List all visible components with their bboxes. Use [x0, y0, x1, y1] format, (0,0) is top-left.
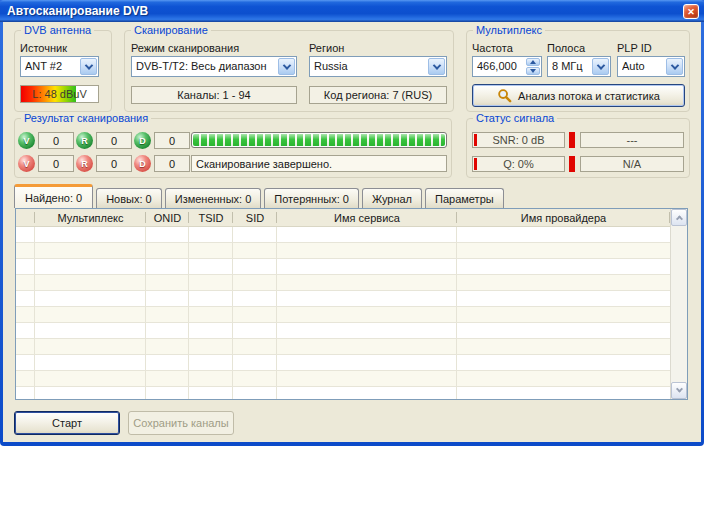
analyze-stream-button[interactable]: Анализ потока и статистика [472, 84, 685, 107]
status-ball-icon: V [18, 132, 35, 149]
plp-dropdown-button[interactable] [666, 58, 683, 75]
scan-progress-bar [191, 132, 447, 148]
region-dropdown-button[interactable] [428, 58, 445, 75]
tab-strip: Найдено: 0 Новых: 0 Измененных: 0 Потеря… [14, 184, 504, 208]
table-cell [233, 387, 277, 399]
scan-result-group-label: Результат сканирования [21, 112, 151, 124]
table-row[interactable] [16, 243, 670, 259]
signal-status-group-label: Статус сигнала [473, 112, 557, 124]
table-cell [35, 243, 146, 258]
counter-value: 0 [154, 132, 190, 149]
header-cell-service-name[interactable]: Имя сервиса [277, 209, 457, 226]
table-row[interactable] [16, 275, 670, 291]
table-main: Мультиплекс ONID TSID SID Имя сервиса Им… [16, 209, 670, 399]
table-cell [16, 355, 35, 370]
table-cell [35, 355, 146, 370]
plp-combobox[interactable]: Auto [617, 56, 685, 77]
chevron-down-icon [675, 386, 682, 393]
frequency-spinner[interactable]: 466,000 [472, 56, 542, 77]
table-cell [146, 387, 189, 399]
table-row[interactable] [16, 355, 670, 371]
vertical-scrollbar[interactable] [670, 209, 687, 399]
scan-mode-label: Режим сканирования [131, 42, 239, 54]
table-cell [457, 227, 670, 242]
table-cell [189, 323, 233, 338]
table-cell [146, 291, 189, 306]
save-channels-button[interactable]: Сохранить каналы [128, 411, 234, 435]
tab-new[interactable]: Новых: 0 [96, 188, 162, 208]
status-ball-icon: D [134, 132, 151, 149]
table-row[interactable] [16, 227, 670, 243]
antenna-group-label: DVB антенна [21, 24, 94, 36]
table-cell [189, 259, 233, 274]
table-cell [233, 339, 277, 354]
scroll-up-button[interactable] [671, 209, 687, 226]
status-ball-icon: D [134, 155, 151, 172]
tab-lost[interactable]: Потерянных: 0 [264, 188, 359, 208]
arrow-up-icon [530, 60, 536, 64]
table-cell [457, 323, 670, 338]
table-cell [16, 307, 35, 322]
table-cell [277, 259, 457, 274]
header-cell-onid[interactable]: ONID [146, 209, 189, 226]
tab-parameters[interactable]: Параметры [425, 188, 504, 208]
table-cell [233, 243, 277, 258]
services-table: Мультиплекс ONID TSID SID Имя сервиса Им… [15, 208, 688, 400]
table-cell [35, 387, 146, 399]
magnifier-icon [497, 88, 512, 103]
quality-text: Q: 0% [503, 158, 534, 170]
region-code-info: Код региона: 7 (RUS) [309, 86, 447, 104]
table-cell [35, 259, 146, 274]
start-button[interactable]: Старт [14, 411, 120, 435]
scan-counter: V 0 [18, 155, 74, 172]
snr-box: SNR: 0 dB [472, 132, 565, 148]
frequency-value: 466,000 [477, 57, 525, 76]
scan-mode-dropdown-button[interactable] [278, 58, 295, 75]
scroll-down-button[interactable] [671, 382, 687, 399]
table-cell [146, 339, 189, 354]
spin-up-button[interactable] [526, 58, 540, 66]
antenna-group: DVB антенна Источник ANT #2 L: 48 dBuV [14, 30, 112, 112]
spin-down-button[interactable] [526, 67, 540, 75]
table-cell [233, 323, 277, 338]
progress-fill [193, 134, 445, 146]
channels-info: Каналы: 1 - 94 [131, 86, 297, 104]
source-dropdown-button[interactable] [80, 58, 97, 75]
chevron-down-icon [670, 61, 678, 69]
scan-mode-combobox[interactable]: DVB-T/T2: Весь диапазон [131, 56, 297, 77]
table-cell [146, 371, 189, 386]
table-row[interactable] [16, 339, 670, 355]
tab-found[interactable]: Найдено: 0 [14, 184, 93, 208]
scanning-group: Сканирование Режим сканирования Регион D… [124, 30, 454, 112]
table-body [16, 227, 670, 399]
tab-changed[interactable]: Измененных: 0 [165, 188, 262, 208]
table-cell [457, 339, 670, 354]
region-value: Russia [314, 57, 428, 76]
bandwidth-combobox[interactable]: 8 МГц [547, 56, 611, 77]
table-cell [146, 259, 189, 274]
table-row[interactable] [16, 291, 670, 307]
bandwidth-dropdown-button[interactable] [592, 58, 609, 75]
close-button[interactable]: ✕ [683, 4, 699, 19]
header-cell-sid[interactable]: SID [233, 209, 277, 226]
bandwidth-label: Полоса [547, 42, 585, 54]
table-row[interactable] [16, 387, 670, 399]
header-cell-tsid[interactable]: TSID [189, 209, 233, 226]
snr-text: SNR: 0 dB [493, 134, 545, 146]
table-row[interactable] [16, 307, 670, 323]
scan-result-group: Результат сканирования V 0 R 0 D 0 V 0 R… [14, 118, 452, 178]
header-cell-provider-name[interactable]: Имя провайдера [457, 209, 670, 226]
region-combobox[interactable]: Russia [309, 56, 447, 77]
signal-level-meter: L: 48 dBuV [20, 85, 99, 103]
source-combobox[interactable]: ANT #2 [20, 56, 99, 77]
table-row[interactable] [16, 259, 670, 275]
table-row[interactable] [16, 323, 670, 339]
titlebar[interactable]: Автосканирование DVB ✕ [0, 0, 704, 22]
tab-log[interactable]: Журнал [362, 188, 422, 208]
table-row[interactable] [16, 371, 670, 387]
plp-label: PLP ID [617, 42, 652, 54]
arrow-down-icon [530, 69, 536, 73]
header-cell-marker[interactable] [16, 209, 35, 226]
header-cell-multiplex[interactable]: Мультиплекс [35, 209, 146, 226]
quality-box: Q: 0% [472, 156, 565, 172]
